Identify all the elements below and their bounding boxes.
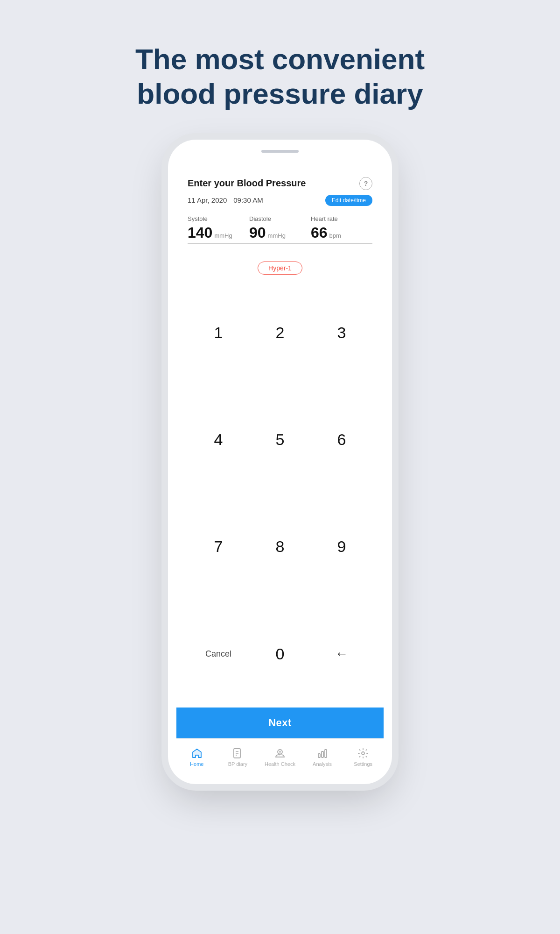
date-row: 11 Apr, 2020 09:30 AM Edit date/time xyxy=(188,195,372,206)
heartrate-label: Heart rate xyxy=(311,215,372,222)
numpad-key-7[interactable]: 7 xyxy=(188,493,249,600)
systole-value: 140 xyxy=(188,224,212,241)
nav-label-analysis: Analysis xyxy=(313,761,332,767)
diastole-label: Diastole xyxy=(249,215,311,222)
screen-body: Enter your Blood Pressure ? 11 Apr, 2020… xyxy=(176,164,384,708)
phone-speaker xyxy=(261,150,299,153)
help-icon[interactable]: ? xyxy=(359,177,372,190)
date-display: 11 Apr, 2020 xyxy=(188,196,227,204)
nav-label-bp-diary: BP diary xyxy=(228,761,247,767)
diastole-value: 90 xyxy=(249,224,266,241)
numpad-key-8[interactable]: 8 xyxy=(249,493,311,600)
numpad-key-cancel[interactable]: Cancel xyxy=(188,601,249,708)
status-badge: Hyper-1 xyxy=(258,262,302,275)
home-icon xyxy=(191,747,203,759)
diastole-value-row: 90 mmHg xyxy=(249,224,311,244)
systole-label: Systole xyxy=(188,215,249,222)
nav-item-bp-diary[interactable]: BP diary xyxy=(224,747,252,767)
numpad-key-1[interactable]: 1 xyxy=(188,279,249,386)
headline-line1: The most convenient xyxy=(135,43,425,75)
heartrate-unit: bpm xyxy=(329,232,341,239)
health-check-icon xyxy=(274,747,286,759)
numpad-key-2[interactable]: 2 xyxy=(249,279,311,386)
heartrate-value: 66 xyxy=(311,224,328,241)
systole-value-row: 140 mmHg xyxy=(188,224,249,244)
nav-label-health-check: Health Check xyxy=(265,761,295,767)
diastole-col: Diastole 90 mmHg xyxy=(249,215,311,244)
systole-col: Systole 140 mmHg xyxy=(188,215,249,244)
phone-mockup: Enter your Blood Pressure ? 11 Apr, 2020… xyxy=(168,140,392,784)
nav-label-home: Home xyxy=(190,761,203,767)
bp-diary-icon xyxy=(231,747,244,759)
numpad-key-6[interactable]: 6 xyxy=(311,386,372,493)
headline-line2: blood pressure diary xyxy=(137,78,423,110)
screen-header: Enter your Blood Pressure ? xyxy=(188,177,372,190)
systole-unit: mmHg xyxy=(214,232,232,239)
svg-rect-6 xyxy=(322,751,323,757)
numpad-key-5[interactable]: 5 xyxy=(249,386,311,493)
next-button[interactable]: Next xyxy=(176,708,384,738)
numpad-key-0[interactable]: 0 xyxy=(249,601,311,708)
nav-label-settings: Settings xyxy=(354,761,372,767)
settings-icon xyxy=(357,747,369,759)
numpad-key-4[interactable]: 4 xyxy=(188,386,249,493)
heartrate-col: Heart rate 66 bpm xyxy=(311,215,372,244)
svg-rect-7 xyxy=(325,750,327,757)
edit-datetime-button[interactable]: Edit date/time xyxy=(325,195,372,206)
nav-item-home[interactable]: Home xyxy=(183,747,211,767)
heartrate-value-row: 66 bpm xyxy=(311,224,372,244)
numpad-key-backspace[interactable]: ← xyxy=(311,601,372,708)
headline: The most convenient blood pressure diary xyxy=(135,42,425,112)
diastole-unit: mmHg xyxy=(268,232,286,239)
nav-item-settings[interactable]: Settings xyxy=(349,747,377,767)
screen-title: Enter your Blood Pressure xyxy=(188,178,306,189)
phone-screen: Enter your Blood Pressure ? 11 Apr, 2020… xyxy=(176,164,384,776)
phone-shell: Enter your Blood Pressure ? 11 Apr, 2020… xyxy=(168,140,392,784)
analysis-icon xyxy=(316,747,329,759)
nav-item-health-check[interactable]: Health Check xyxy=(265,747,295,767)
svg-rect-5 xyxy=(318,754,320,757)
readings-row: Systole 140 mmHg Diastole 90 mmHg xyxy=(188,215,372,251)
bottom-nav: Home BP diary xyxy=(176,738,384,776)
numpad-key-9[interactable]: 9 xyxy=(311,493,372,600)
numpad-key-3[interactable]: 3 xyxy=(311,279,372,386)
numpad: 1 2 3 4 5 6 7 8 9 Cancel 0 ← xyxy=(188,279,372,708)
svg-point-8 xyxy=(362,752,364,755)
nav-item-analysis[interactable]: Analysis xyxy=(308,747,336,767)
time-display: 09:30 AM xyxy=(233,196,263,204)
